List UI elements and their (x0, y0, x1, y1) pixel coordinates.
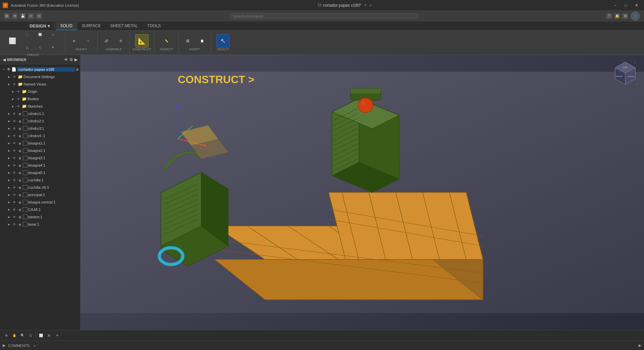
cuchilla4-box (23, 185, 28, 190)
comments-bar: ▶ COMMENTS + ▶ (0, 341, 644, 350)
app-grid-button[interactable]: ⊞ (4, 13, 9, 19)
bisagra1-box (23, 141, 28, 145)
zoom-fit-button[interactable]: ⊡ (27, 332, 34, 339)
browser-eye-icon[interactable]: 👁 (64, 57, 68, 62)
tree-item-bisagra1[interactable]: ▶ 👁 ◉ bisagra1:1 (0, 139, 80, 147)
cilndro1-eye2: ◉ (17, 111, 22, 116)
caja-box (23, 207, 28, 212)
browser-header-left: ◀ BROWSER (3, 57, 26, 62)
tree-item-caja[interactable]: ▶ 👁 ◉ CAJA:1 (0, 206, 80, 213)
pan-button[interactable]: ✋ (11, 332, 18, 339)
sweep-button[interactable]: ◇ (47, 28, 59, 41)
root-arrow: ▾ (1, 67, 6, 72)
tree-item-cuchilla4[interactable]: ▶ 👁 ◉ cuchilla (4):1 (0, 184, 80, 191)
settings-button[interactable]: ⚙ (623, 13, 628, 19)
environment-button[interactable]: ☀ (53, 332, 61, 339)
tree-item-sketches[interactable]: ▶ 👁 📁 Sketches (0, 103, 80, 110)
design-label: DESIGN (30, 23, 46, 28)
titlebar-center: 🛡 cortador papas v180* ✕ + (318, 3, 372, 8)
tree-item-cilndro2[interactable]: ▶ 👁 ◉ cilndro2:1 (0, 117, 80, 125)
tree-item-bisagra2[interactable]: ▶ 👁 ◉ bisagra2:1 (0, 147, 80, 154)
browser-expand-icon[interactable]: ▶ (74, 57, 77, 62)
extrude-button[interactable]: ⬛ (21, 28, 34, 41)
tree-item-origin[interactable]: ▶ 👁 📁 Origin (0, 88, 80, 95)
cilndro1-eye: 👁 (12, 111, 17, 116)
help-button[interactable]: ? (606, 13, 612, 19)
comments-plus-icon[interactable]: + (34, 344, 36, 348)
baston-arrow: ▶ (7, 215, 11, 219)
joint-button[interactable]: 🔗 (100, 34, 113, 48)
root-settings-icon[interactable]: ⚙ (76, 68, 79, 71)
rigid-button[interactable]: ⚙ (114, 34, 127, 48)
move-button[interactable]: ✛ (47, 41, 59, 53)
svg-text:FRONT: FRONT (616, 75, 623, 77)
browser-settings-icon[interactable]: ⚙ (69, 57, 73, 62)
browser-collapse-icon[interactable]: ◀ (3, 57, 6, 62)
orbit-button[interactable]: ⊕ (3, 332, 10, 339)
insert-label: INSERT (181, 48, 209, 51)
bisagra5-box (23, 170, 28, 175)
baston-box (23, 215, 28, 219)
tree-item-baston[interactable]: ▶ 👁 ◉ baston:1 (0, 213, 80, 221)
baston-eye2: ◉ (17, 215, 22, 219)
main-content: ◀ BROWSER 👁 ⚙ ▶ ▾ 👁 📄 cortador papas v18… (0, 55, 644, 330)
cilndro3-arrow: ▶ (7, 126, 11, 131)
tab-tools[interactable]: TOOLS (143, 22, 165, 30)
loft-button[interactable]: △ (21, 41, 34, 53)
user-avatar[interactable]: 👤 (631, 11, 640, 21)
modify-buttons: ⊕ ⤡ (67, 34, 95, 48)
tab-surface[interactable]: SURFACE (77, 22, 106, 30)
comments-expand-right[interactable]: ▶ (639, 343, 641, 348)
tree-item-cuchilla[interactable]: ▶ 👁 ◉ cuchilla:1 (0, 176, 80, 184)
bisagra5-arrow: ▶ (7, 170, 11, 175)
measure-button[interactable]: 📏 (160, 34, 173, 48)
close-tab-icon[interactable]: ✕ (364, 3, 367, 7)
tab-sheet-metal[interactable]: SHEET METAL (106, 22, 143, 30)
file-menu-button[interactable]: ▾ (12, 13, 17, 19)
tree-item-bodies[interactable]: ▶ 👁 📁 Bodies (0, 95, 80, 103)
construct-button[interactable]: 📐 (135, 34, 149, 48)
revolve-button[interactable]: 🔄 (34, 28, 46, 41)
maximize-button[interactable]: □ (621, 1, 631, 10)
insert-svg-button[interactable]: 🖼 (181, 34, 194, 48)
tree-item-bisagra4[interactable]: ▶ 👁 ◉ bisagra4:1 (0, 162, 80, 169)
display-mode-button[interactable]: ⬜ (37, 332, 45, 339)
tree-item-cilndro4[interactable]: ▶ 👁 ◉ cilndro4 :1 (0, 132, 80, 139)
tree-item-cilndro1[interactable]: ▶ 👁 ◉ cilndro1:1 (0, 110, 80, 117)
bisagra-central-label: bisagra central:1 (28, 200, 79, 204)
tree-root-item[interactable]: ▾ 👁 📄 cortador papas v180 ⚙ (0, 66, 80, 73)
close-button[interactable]: ✕ (632, 1, 641, 10)
viewport[interactable]: TOP RIGHT FRONT CONSTRUCT > (80, 55, 644, 330)
minimize-button[interactable]: − (610, 1, 620, 10)
undo-button[interactable]: ↩ (28, 13, 34, 19)
tree-item-named-views[interactable]: ▶ 👁 📁 Named Views (0, 80, 80, 88)
new-tab-icon[interactable]: + (369, 3, 372, 8)
grid-button[interactable]: ⊞ (45, 332, 53, 339)
tree-item-doc-settings[interactable]: ▶ 👁 📁 Document Settings (0, 73, 80, 80)
tree-item-lavar[interactable]: ▶ 👁 ◉ lavar:1 (0, 221, 80, 228)
new-component-button[interactable]: ⬜ (4, 33, 20, 49)
insert-group: 🖼 📋 INSERT (181, 34, 209, 52)
tree-item-bisagra3[interactable]: ▶ 👁 ◉ bisagra3:1 (0, 154, 80, 162)
tree-item-cilndro3[interactable]: ▶ 👁 ◉ cilndro3:1 (0, 125, 80, 132)
tree-item-bisagra5[interactable]: ▶ 👁 ◉ bisagra5:1 (0, 169, 80, 176)
redo-button[interactable]: ↪ (36, 13, 42, 19)
zoom-button[interactable]: 🔍 (19, 332, 26, 339)
baston-label: baston:1 (28, 215, 79, 219)
main-toolbar: ⬜ ⬛ 🔄 ◇ △ ⬡ ✛ CREATE ⊕ ⤡ MODIFY 🔗 ⚙ (0, 31, 644, 55)
cilndro2-eye2: ◉ (17, 119, 22, 123)
insert-dxf-button[interactable]: 📋 (195, 34, 209, 48)
tree-item-bisagra-central[interactable]: ▶ 👁 ◉ bisagra central:1 (0, 198, 80, 206)
comments-expand-icon[interactable]: ▶ (3, 343, 5, 348)
save-button[interactable]: 💾 (20, 13, 25, 19)
notification-button[interactable]: 🔔 (614, 13, 620, 19)
scale-button[interactable]: ⤡ (82, 34, 95, 48)
search-input[interactable] (230, 13, 419, 19)
bisagra3-label: bisagra3:1 (28, 156, 79, 160)
select-button[interactable]: ↖ (216, 34, 230, 48)
view-cube[interactable]: TOP RIGHT FRONT (612, 60, 639, 87)
bisagra-central-eye: 👁 (12, 200, 17, 205)
tree-item-principal[interactable]: ▶ 👁 ◉ principal:1 (0, 191, 80, 198)
shell-button[interactable]: ⬡ (34, 41, 46, 53)
combine-button[interactable]: ⊕ (67, 34, 81, 48)
